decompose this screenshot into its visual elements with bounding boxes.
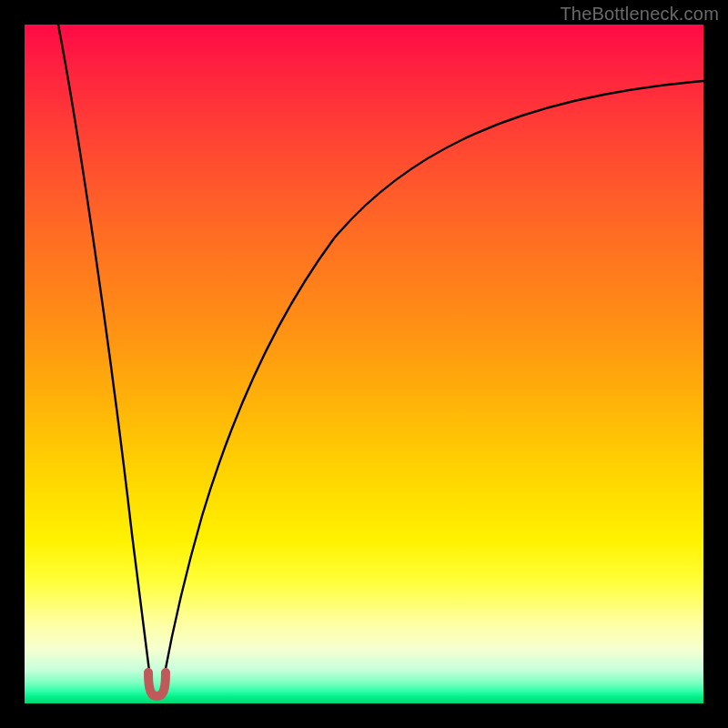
valley-marker-icon <box>148 672 166 696</box>
curve-left-branch <box>58 25 150 678</box>
bottleneck-curve <box>25 25 703 703</box>
plot-area <box>25 25 703 703</box>
watermark-text: TheBottleneck.com <box>560 4 719 25</box>
chart-frame: TheBottleneck.com <box>0 0 728 728</box>
curve-right-branch <box>164 81 703 678</box>
